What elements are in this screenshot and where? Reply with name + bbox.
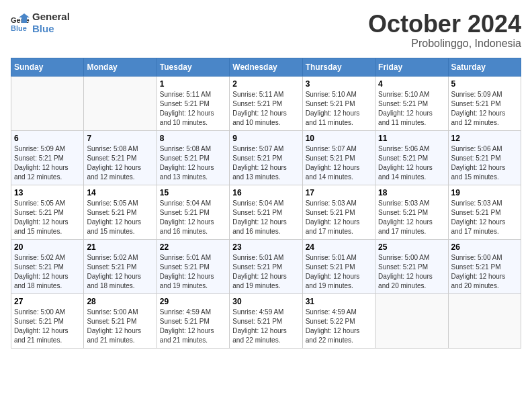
- day-number: 18: [378, 188, 445, 197]
- day-number: 21: [87, 242, 153, 252]
- svg-text:Blue: Blue: [11, 24, 27, 32]
- day-info: Sunrise: 5:00 AM Sunset: 5:21 PM Dayligh…: [451, 253, 518, 291]
- day-number: 2: [232, 79, 299, 89]
- day-info: Sunrise: 5:10 AM Sunset: 5:21 PM Dayligh…: [306, 90, 372, 128]
- calendar-cell: 5Sunrise: 5:09 AM Sunset: 5:21 PM Daylig…: [448, 76, 521, 130]
- weekday-header-friday: Friday: [375, 58, 448, 76]
- page-header: General Blue General Blue October 2024 P…: [11, 11, 521, 50]
- day-number: 26: [451, 242, 518, 252]
- calendar-week-4: 20Sunrise: 5:02 AM Sunset: 5:21 PM Dayli…: [11, 239, 521, 293]
- weekday-header-saturday: Saturday: [448, 58, 521, 76]
- day-number: 31: [306, 297, 372, 306]
- calendar-cell: 17Sunrise: 5:03 AM Sunset: 5:21 PM Dayli…: [302, 185, 375, 239]
- calendar-cell: 7Sunrise: 5:08 AM Sunset: 5:21 PM Daylig…: [84, 130, 157, 185]
- title-block: October 2024 Probolinggo, Indonesia: [368, 11, 521, 50]
- day-number: 10: [306, 134, 372, 143]
- day-info: Sunrise: 5:02 AM Sunset: 5:21 PM Dayligh…: [87, 253, 153, 291]
- day-info: Sunrise: 4:59 AM Sunset: 5:21 PM Dayligh…: [232, 308, 299, 345]
- day-number: 23: [232, 242, 299, 252]
- calendar-cell: 24Sunrise: 5:01 AM Sunset: 5:21 PM Dayli…: [302, 239, 375, 293]
- calendar-cell: 21Sunrise: 5:02 AM Sunset: 5:21 PM Dayli…: [84, 239, 157, 293]
- calendar-cell: 8Sunrise: 5:08 AM Sunset: 5:21 PM Daylig…: [157, 130, 229, 185]
- day-number: 15: [160, 188, 226, 197]
- calendar-week-5: 27Sunrise: 5:00 AM Sunset: 5:21 PM Dayli…: [11, 293, 521, 348]
- day-info: Sunrise: 5:01 AM Sunset: 5:21 PM Dayligh…: [232, 253, 299, 291]
- day-number: 7: [87, 134, 153, 143]
- calendar-table: SundayMondayTuesdayWednesdayThursdayFrid…: [11, 58, 521, 349]
- calendar-cell: 31Sunrise: 4:59 AM Sunset: 5:22 PM Dayli…: [302, 293, 375, 348]
- day-info: Sunrise: 5:00 AM Sunset: 5:21 PM Dayligh…: [14, 308, 81, 345]
- day-number: 28: [87, 297, 153, 306]
- calendar-cell: 4Sunrise: 5:10 AM Sunset: 5:21 PM Daylig…: [375, 76, 448, 130]
- calendar-cell: [448, 293, 521, 348]
- calendar-cell: 11Sunrise: 5:06 AM Sunset: 5:21 PM Dayli…: [375, 130, 448, 185]
- calendar-cell: 15Sunrise: 5:04 AM Sunset: 5:21 PM Dayli…: [157, 185, 229, 239]
- day-number: 22: [160, 242, 226, 252]
- calendar-cell: 16Sunrise: 5:04 AM Sunset: 5:21 PM Dayli…: [230, 185, 302, 239]
- logo: General Blue General Blue: [11, 11, 70, 35]
- day-info: Sunrise: 4:59 AM Sunset: 5:21 PM Dayligh…: [160, 308, 226, 345]
- day-info: Sunrise: 5:04 AM Sunset: 5:21 PM Dayligh…: [160, 199, 226, 236]
- weekday-header-tuesday: Tuesday: [157, 58, 229, 76]
- day-number: 30: [232, 297, 299, 306]
- calendar-cell: 22Sunrise: 5:01 AM Sunset: 5:21 PM Dayli…: [157, 239, 229, 293]
- calendar-cell: [11, 76, 84, 130]
- logo-icon: General Blue: [11, 13, 30, 32]
- day-number: 1: [160, 79, 226, 89]
- calendar-cell: 27Sunrise: 5:00 AM Sunset: 5:21 PM Dayli…: [11, 293, 84, 348]
- day-info: Sunrise: 5:01 AM Sunset: 5:21 PM Dayligh…: [160, 253, 226, 291]
- day-info: Sunrise: 5:10 AM Sunset: 5:21 PM Dayligh…: [378, 90, 445, 128]
- day-info: Sunrise: 5:06 AM Sunset: 5:21 PM Dayligh…: [378, 144, 445, 182]
- calendar-cell: 26Sunrise: 5:00 AM Sunset: 5:21 PM Dayli…: [448, 239, 521, 293]
- day-number: 16: [232, 188, 299, 197]
- day-info: Sunrise: 5:09 AM Sunset: 5:21 PM Dayligh…: [14, 144, 81, 182]
- month-title: October 2024: [368, 11, 521, 38]
- calendar-week-2: 6Sunrise: 5:09 AM Sunset: 5:21 PM Daylig…: [11, 130, 521, 185]
- calendar-cell: 30Sunrise: 4:59 AM Sunset: 5:21 PM Dayli…: [230, 293, 302, 348]
- calendar-cell: 3Sunrise: 5:10 AM Sunset: 5:21 PM Daylig…: [302, 76, 375, 130]
- day-number: 24: [306, 242, 372, 252]
- day-number: 4: [378, 79, 445, 89]
- location-subtitle: Probolinggo, Indonesia: [368, 38, 521, 50]
- calendar-cell: 14Sunrise: 5:05 AM Sunset: 5:21 PM Dayli…: [84, 185, 157, 239]
- day-info: Sunrise: 5:04 AM Sunset: 5:21 PM Dayligh…: [232, 199, 299, 236]
- day-number: 3: [306, 79, 372, 89]
- calendar-week-3: 13Sunrise: 5:05 AM Sunset: 5:21 PM Dayli…: [11, 185, 521, 239]
- day-info: Sunrise: 5:06 AM Sunset: 5:21 PM Dayligh…: [451, 144, 518, 182]
- day-number: 17: [306, 188, 372, 197]
- calendar-cell: 19Sunrise: 5:03 AM Sunset: 5:21 PM Dayli…: [448, 185, 521, 239]
- day-info: Sunrise: 5:08 AM Sunset: 5:21 PM Dayligh…: [87, 144, 153, 182]
- day-number: 6: [14, 134, 81, 143]
- calendar-cell: 6Sunrise: 5:09 AM Sunset: 5:21 PM Daylig…: [11, 130, 84, 185]
- day-info: Sunrise: 5:07 AM Sunset: 5:21 PM Dayligh…: [232, 144, 299, 182]
- day-info: Sunrise: 5:02 AM Sunset: 5:21 PM Dayligh…: [14, 253, 81, 291]
- day-number: 25: [378, 242, 445, 252]
- day-info: Sunrise: 5:00 AM Sunset: 5:21 PM Dayligh…: [378, 253, 445, 291]
- calendar-cell: 10Sunrise: 5:07 AM Sunset: 5:21 PM Dayli…: [302, 130, 375, 185]
- day-info: Sunrise: 4:59 AM Sunset: 5:22 PM Dayligh…: [306, 308, 372, 345]
- calendar-header: SundayMondayTuesdayWednesdayThursdayFrid…: [11, 58, 521, 76]
- day-info: Sunrise: 5:03 AM Sunset: 5:21 PM Dayligh…: [451, 199, 518, 236]
- calendar-cell: [375, 293, 448, 348]
- day-number: 9: [232, 134, 299, 143]
- calendar-cell: 12Sunrise: 5:06 AM Sunset: 5:21 PM Dayli…: [448, 130, 521, 185]
- calendar-cell: 1Sunrise: 5:11 AM Sunset: 5:21 PM Daylig…: [157, 76, 229, 130]
- calendar-cell: 28Sunrise: 5:00 AM Sunset: 5:21 PM Dayli…: [84, 293, 157, 348]
- calendar-cell: 18Sunrise: 5:03 AM Sunset: 5:21 PM Dayli…: [375, 185, 448, 239]
- day-info: Sunrise: 5:11 AM Sunset: 5:21 PM Dayligh…: [160, 90, 226, 128]
- day-number: 5: [451, 79, 518, 89]
- day-info: Sunrise: 5:00 AM Sunset: 5:21 PM Dayligh…: [87, 308, 153, 345]
- weekday-header-wednesday: Wednesday: [230, 58, 302, 76]
- weekday-header-thursday: Thursday: [302, 58, 375, 76]
- day-number: 27: [14, 297, 81, 306]
- calendar-cell: 25Sunrise: 5:00 AM Sunset: 5:21 PM Dayli…: [375, 239, 448, 293]
- day-info: Sunrise: 5:03 AM Sunset: 5:21 PM Dayligh…: [378, 199, 445, 236]
- day-info: Sunrise: 5:03 AM Sunset: 5:21 PM Dayligh…: [306, 199, 372, 236]
- day-number: 8: [160, 134, 226, 143]
- day-info: Sunrise: 5:09 AM Sunset: 5:21 PM Dayligh…: [451, 90, 518, 128]
- calendar-cell: 9Sunrise: 5:07 AM Sunset: 5:21 PM Daylig…: [230, 130, 302, 185]
- calendar-cell: 2Sunrise: 5:11 AM Sunset: 5:21 PM Daylig…: [230, 76, 302, 130]
- day-number: 20: [14, 242, 81, 252]
- weekday-header-sunday: Sunday: [11, 58, 84, 76]
- calendar-week-1: 1Sunrise: 5:11 AM Sunset: 5:21 PM Daylig…: [11, 76, 521, 130]
